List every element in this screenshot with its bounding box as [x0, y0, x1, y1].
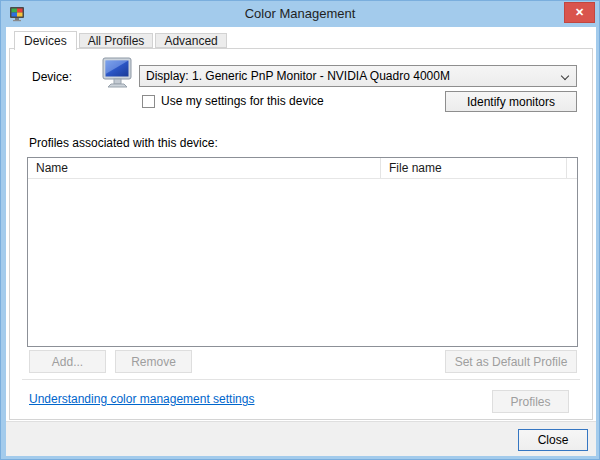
device-select-value: Display: 1. Generic PnP Monitor - NVIDIA… — [146, 69, 450, 83]
footer: Close — [6, 421, 596, 456]
profiles-list-header: Name File name — [28, 158, 577, 179]
device-label: Device: — [32, 70, 72, 84]
separator — [22, 379, 580, 380]
tabbar: Devices All Profiles Advanced — [14, 31, 229, 50]
tab-advanced-label: Advanced — [164, 34, 217, 48]
column-header-stub — [567, 158, 577, 178]
profiles-associated-label: Profiles associated with this device: — [29, 136, 218, 150]
close-dialog-button[interactable]: Close — [518, 429, 588, 451]
profiles-list[interactable]: Name File name — [27, 157, 578, 347]
close-button[interactable]: ✕ — [564, 2, 595, 23]
use-my-settings-label[interactable]: Use my settings for this device — [161, 94, 324, 108]
profiles-button[interactable]: Profiles — [492, 390, 569, 413]
tab-devices[interactable]: Devices — [14, 31, 77, 50]
identify-monitors-button[interactable]: Identify monitors — [445, 91, 577, 112]
window-title: Color Management — [1, 6, 599, 21]
add-button[interactable]: Add... — [29, 350, 106, 373]
chevron-down-icon — [561, 72, 569, 80]
device-select[interactable]: Display: 1. Generic PnP Monitor - NVIDIA… — [139, 65, 577, 87]
tab-all-profiles-label: All Profiles — [88, 34, 145, 48]
column-header-name[interactable]: Name — [28, 158, 381, 178]
tab-advanced[interactable]: Advanced — [155, 33, 226, 48]
dialog-body: Devices All Profiles Advanced Device: — [6, 27, 596, 421]
tab-all-profiles[interactable]: All Profiles — [79, 33, 154, 48]
color-management-window: Color Management ✕ Devices All Profiles … — [0, 0, 600, 460]
close-icon: ✕ — [575, 6, 584, 19]
tab-devices-label: Devices — [24, 34, 67, 48]
titlebar: Color Management ✕ — [1, 1, 599, 27]
devices-tab-panel: Device: Display: 1. Generic PnP Monitor … — [9, 48, 593, 420]
monitor-icon — [100, 57, 136, 91]
set-as-default-profile-button[interactable]: Set as Default Profile — [445, 350, 577, 373]
color-management-help-link[interactable]: Understanding color management settings — [29, 392, 254, 406]
remove-button[interactable]: Remove — [115, 350, 192, 373]
column-header-file-name[interactable]: File name — [381, 158, 567, 178]
use-my-settings-checkbox[interactable] — [142, 95, 155, 108]
